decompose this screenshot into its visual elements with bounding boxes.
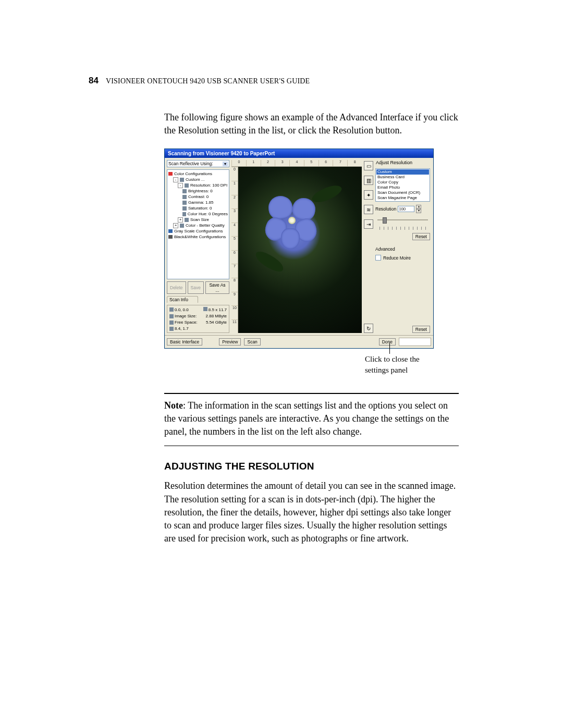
color-swatch-icon <box>168 172 173 176</box>
panel-title: Adjust Resolution <box>375 160 430 165</box>
scan-button[interactable]: Scan <box>244 338 260 346</box>
colors-tool-button[interactable]: ✦ <box>364 190 373 200</box>
resolution-row: Resolution ▴▾ <box>375 205 430 213</box>
ruler-horizontal: 0 1 2 3 4 5 6 7 8 <box>231 160 362 167</box>
scan-info-tab[interactable]: Scan Info <box>167 296 198 303</box>
window-titlebar: Scanning from Visioneer 9420 to PaperPor… <box>165 149 433 158</box>
preset-item[interactable]: Scan Magazine Page <box>376 195 429 201</box>
leaf-shape <box>253 250 287 274</box>
close-panel-button[interactable]: ⇥ <box>364 219 373 229</box>
rotate-tool-button[interactable]: ↻ <box>364 324 373 333</box>
ruler-tick: 5 <box>304 160 319 166</box>
info-wh: 8.5 x 11.7 <box>209 307 227 312</box>
ruler-tick: 8 <box>347 160 362 166</box>
folder-icon <box>180 178 184 182</box>
resolution-spinner[interactable]: ▴▾ <box>416 205 421 213</box>
callout-leader-line <box>389 342 390 354</box>
settings-panel: Adjust Resolution Custom Business Card C… <box>375 160 430 333</box>
info-free-val: 5.54 GByte <box>206 320 227 325</box>
tree-better: Color - Better Quality <box>186 223 225 228</box>
filters-tool-button[interactable]: ≋ <box>364 205 373 214</box>
disk-icon <box>169 320 174 325</box>
hue-icon <box>182 212 186 216</box>
tree-saturation: Saturation: 0 <box>188 205 212 211</box>
ruler-tick: 8 <box>231 278 238 292</box>
preset-item[interactable]: Business Card <box>376 175 429 180</box>
gamma-icon <box>182 201 187 205</box>
ruler-tick: 7 <box>333 160 347 166</box>
note-body: : The information in the scan settings l… <box>164 400 449 437</box>
note-rule-bottom <box>164 446 459 446</box>
ruler-tick: 11 <box>231 319 238 334</box>
close-panel-callout: Click to close the settings panel <box>365 354 433 375</box>
document-page: 84 VISIONEER ONETOUCH 9420 USB SCANNER U… <box>89 76 469 545</box>
gray-swatch-icon <box>168 229 173 233</box>
expand-icon[interactable]: + <box>173 223 178 228</box>
preset-item[interactable]: Custom <box>376 169 429 175</box>
scan-size-icon <box>185 218 189 222</box>
flower-petal <box>281 228 300 249</box>
resolution-icon <box>185 183 189 188</box>
histogram-tool-button[interactable]: ▥ <box>364 176 373 185</box>
ruler-tick: 4 <box>289 160 304 166</box>
ruler-tick: 4 <box>231 223 238 237</box>
preview-column: 0 1 2 3 4 5 6 7 8 0 1 2 <box>231 160 362 333</box>
tree-gray-cfg: Gray Scale Configurations <box>174 228 223 234</box>
preset-item[interactable]: Email Photo <box>376 185 429 190</box>
resolution-input[interactable] <box>398 206 414 212</box>
tree-color-cfg: Color Configurations <box>174 171 212 177</box>
preset-item[interactable]: Scan Document (OCR) <box>376 190 429 195</box>
save-button: Save <box>188 281 204 294</box>
spin-up-icon[interactable]: ▴ <box>416 205 421 209</box>
wh-icon <box>203 307 207 311</box>
folder-icon <box>180 224 184 228</box>
page-number: 84 <box>89 76 99 86</box>
ruler-tick: 10 <box>231 305 238 319</box>
reset-button-2[interactable]: Reset <box>412 326 430 333</box>
scale-icon <box>169 327 174 331</box>
note-paragraph: Note: The information in the scan settin… <box>164 399 459 439</box>
resolution-slider[interactable] <box>377 217 428 223</box>
basic-interface-button[interactable]: Basic Interface <box>167 338 202 346</box>
ruler-tick: 0 <box>231 167 238 181</box>
collapse-icon[interactable]: - <box>173 177 178 182</box>
settings-tree[interactable]: Color Configurations -Custom ... -Resolu… <box>167 169 229 279</box>
checkbox-icon[interactable] <box>375 255 381 261</box>
info-img-val: 2.88 MByte <box>206 314 227 318</box>
scan-info-panel: 0.0, 0.0 8.5 x 11.7 Image Size: 2.88 MBy… <box>167 305 229 333</box>
scan-type-label: Scan Reflective Using: <box>168 161 213 166</box>
origin-icon <box>169 307 174 312</box>
expand-icon[interactable]: + <box>178 217 183 223</box>
preview-button[interactable]: Preview <box>219 338 241 346</box>
callout-line-2: settings panel <box>365 365 433 375</box>
info-img-lbl: Image Size: <box>175 314 197 318</box>
reduce-moire-option[interactable]: Reduce Moire <box>375 255 430 261</box>
preview-image[interactable] <box>238 167 362 333</box>
preset-item[interactable]: Color Copy <box>376 180 429 185</box>
info-coords: 0.0, 0.0 <box>175 307 189 312</box>
done-button[interactable]: Done <box>379 338 396 346</box>
resolution-label: Resolution <box>375 206 396 212</box>
tree-gamma: Gamma: 1.85 <box>188 200 213 205</box>
collapse-icon[interactable]: - <box>178 183 183 188</box>
ruler-tick: 6 <box>319 160 333 166</box>
slider-thumb[interactable] <box>383 217 387 224</box>
dropdown-arrow-icon: ▾ <box>223 162 228 166</box>
tree-scan-size: Scan Size <box>190 217 209 223</box>
reset-button[interactable]: Reset <box>412 233 430 240</box>
left-column: Scan Reflective Using: ▾ Color Configura… <box>167 160 229 333</box>
spin-down-icon[interactable]: ▾ <box>416 209 421 213</box>
ruler-tick: 2 <box>231 195 238 209</box>
ruler-tick: 1 <box>231 181 238 195</box>
scan-type-dropdown[interactable]: Scan Reflective Using: ▾ <box>167 160 229 167</box>
resolution-tool-button[interactable]: ▭ <box>364 161 373 170</box>
status-slot <box>399 338 431 346</box>
tree-custom: Custom ... <box>186 177 204 182</box>
section-heading: ADJUSTING THE RESOLUTION <box>164 461 469 472</box>
bw-swatch-icon <box>168 235 173 239</box>
ruler-tick: 2 <box>261 160 275 166</box>
save-as-button[interactable]: Save As ... <box>205 281 229 294</box>
resolution-preset-list[interactable]: Custom Business Card Color Copy Email Ph… <box>375 168 430 202</box>
saturation-icon <box>182 206 187 211</box>
ruler-tick: 5 <box>231 236 238 250</box>
